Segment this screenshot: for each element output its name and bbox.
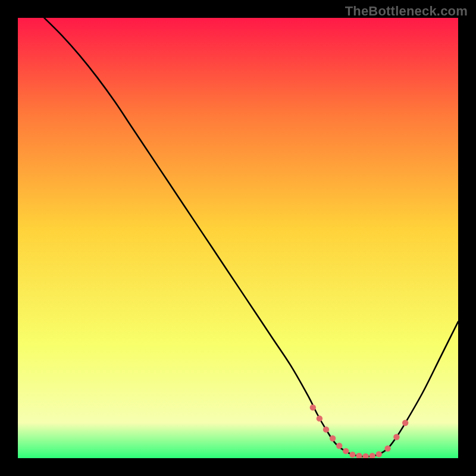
- highlight-dot: [317, 415, 322, 421]
- highlight-dot: [330, 436, 336, 441]
- highlight-dot: [402, 420, 408, 426]
- highlight-dot: [393, 434, 399, 440]
- highlight-dot: [349, 452, 355, 458]
- gradient-background: [18, 18, 458, 458]
- bottleneck-chart: [18, 18, 458, 458]
- highlight-dot: [376, 451, 382, 457]
- highlight-dot: [343, 448, 349, 454]
- highlight-dot: [323, 427, 329, 433]
- highlight-dot: [384, 446, 390, 452]
- watermark-label: TheBottleneck.com: [345, 4, 468, 19]
- plot-area: [18, 18, 458, 458]
- chart-stage: TheBottleneck.com: [0, 0, 476, 476]
- highlight-dot: [336, 443, 342, 449]
- highlight-dot: [310, 405, 316, 411]
